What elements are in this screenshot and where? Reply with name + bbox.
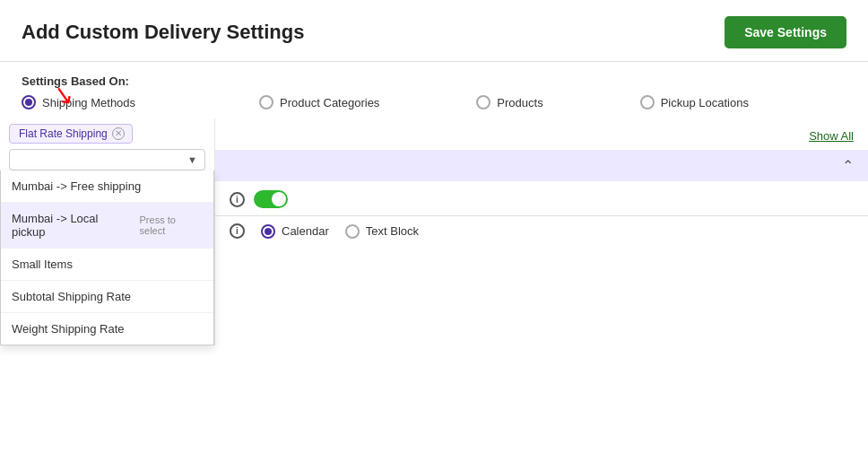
radio-circle-pickup xyxy=(640,95,655,109)
radio-circle-products xyxy=(476,95,490,109)
shipping-methods-controls: Flat Rate Shipping ✕ ▼ xyxy=(0,118,214,170)
radio-text-block[interactable]: Text Block xyxy=(345,224,419,239)
radio-label-shipping: Shipping Methods xyxy=(42,96,135,109)
radio-circle-shipping xyxy=(22,95,36,109)
flat-rate-tag-label: Flat Rate Shipping xyxy=(19,127,108,140)
radio-circle-textblock xyxy=(345,224,360,239)
radio-shipping-methods[interactable]: Shipping Methods xyxy=(22,95,135,109)
shipping-select-box[interactable]: ▼ xyxy=(9,149,205,170)
left-panel: Flat Rate Shipping ✕ ▼ Mumbai -> Free sh… xyxy=(0,118,215,345)
dropdown-item-label: Mumbai -> Free shipping xyxy=(12,179,141,193)
dropdown-item-label: Subtotal Shipping Rate xyxy=(12,290,131,303)
dropdown-item-label: Weight Shipping Rate xyxy=(12,322,125,336)
flat-rate-tag[interactable]: Flat Rate Shipping ✕ xyxy=(9,124,133,144)
radio-label-pickup: Pickup Locations xyxy=(661,96,749,109)
chevron-down-icon: ▼ xyxy=(187,154,197,165)
press-to-select-hint: Press to select xyxy=(140,214,203,236)
radio-circle-calendar xyxy=(261,224,275,239)
right-panel: Show All ⌃ i i Calendar Text Block xyxy=(215,118,868,345)
info-icon-toggle[interactable]: i xyxy=(230,192,245,207)
radio-label-categories: Product Categories xyxy=(280,96,379,109)
save-settings-button[interactable]: Save Settings xyxy=(725,16,846,48)
calendar-textblock-row: i Calendar Text Block xyxy=(215,216,868,248)
info-icon-calendar[interactable]: i xyxy=(230,223,245,239)
show-all-container: Show All xyxy=(215,118,868,150)
toggle-switch[interactable] xyxy=(254,190,288,208)
show-all-link[interactable]: Show All xyxy=(215,122,854,146)
dropdown-item-local-pickup[interactable]: Mumbai -> Local pickup Press to select xyxy=(1,203,213,249)
dropdown-item-small-items[interactable]: Small Items xyxy=(1,249,213,281)
text-block-label: Text Block xyxy=(366,224,419,238)
dropdown-item-weight-shipping[interactable]: Weight Shipping Rate xyxy=(1,313,213,345)
main-body: Flat Rate Shipping ✕ ▼ Mumbai -> Free sh… xyxy=(0,118,868,345)
settings-based-on-label: Settings Based On: xyxy=(0,62,868,95)
radio-circle-categories xyxy=(259,95,273,109)
page-title: Add Custom Delivery Settings xyxy=(22,21,304,44)
radio-product-categories[interactable]: Product Categories xyxy=(259,95,379,109)
dropdown-item-label: Mumbai -> Local pickup xyxy=(12,212,133,239)
radio-pickup-locations[interactable]: Pickup Locations xyxy=(640,95,749,109)
dropdown-item-subtotal-shipping[interactable]: Subtotal Shipping Rate xyxy=(1,281,213,313)
radio-calendar[interactable]: Calendar xyxy=(261,224,329,239)
dropdown-item-label: Small Items xyxy=(12,258,73,271)
chevron-up-icon[interactable]: ⌃ xyxy=(842,157,854,174)
shipping-dropdown-list: Mumbai -> Free shipping Mumbai -> Local … xyxy=(0,170,214,345)
toggle-row: i xyxy=(215,181,868,215)
page-header: Add Custom Delivery Settings Save Settin… xyxy=(0,0,868,62)
dropdown-item-free-shipping[interactable]: Mumbai -> Free shipping xyxy=(1,170,213,203)
calendar-label: Calendar xyxy=(282,224,329,238)
flat-rate-tag-close[interactable]: ✕ xyxy=(112,127,125,140)
radio-options-row: ↙ Shipping Methods Product Categories Pr… xyxy=(0,95,868,118)
radio-label-products: Products xyxy=(497,96,542,109)
radio-products[interactable]: Products xyxy=(476,95,542,109)
collapsed-band: ⌃ xyxy=(215,150,868,181)
selected-tags-row: Flat Rate Shipping ✕ xyxy=(9,124,205,144)
